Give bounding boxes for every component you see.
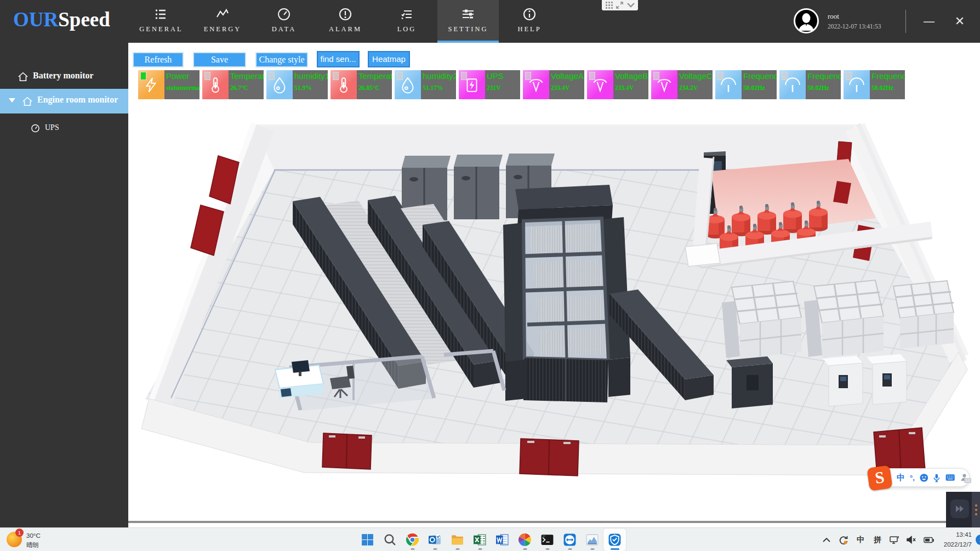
browser-overlay-widget[interactable] [602,0,638,10]
terminal-app-icon[interactable] [536,529,559,551]
sensor-tile-ups[interactable]: UPS 231V [459,70,520,99]
weather-text: 30°C 晴朗 [26,530,41,549]
sensor-tile-voltage[interactable]: VoltageB 233.4V [587,70,648,99]
change-style-button[interactable]: Change style [255,52,308,67]
sidebar-item-battery-monitor[interactable]: Battery monitor [0,66,128,88]
sensor-value: 231V [487,84,520,91]
content-bottom-scrollbar[interactable] [128,521,980,523]
heatmap-button[interactable]: Heatmap [368,51,410,67]
sensor-tile-frequency[interactable]: Frequency 50.02Hz [844,70,905,99]
gauge-icon [31,124,40,133]
sensor-tile-temperature[interactable]: Temperature 26.85°C [331,70,392,99]
sensor-checkbox[interactable] [717,72,723,80]
sensor-tile-frequency[interactable]: Frequency 50.02Hz [779,70,841,99]
tab-alarm[interactable]: ALARM [315,0,376,43]
teamviewer-app-icon[interactable] [559,529,581,551]
save-button[interactable]: Save [193,52,246,67]
word-app-icon[interactable] [491,529,514,551]
tray-ime-lang[interactable]: 中 [854,533,867,547]
sogou-ime-toolbar[interactable]: S 中 °, 10 [875,468,970,487]
search-button[interactable] [379,529,401,551]
sensor-tile-voltage[interactable]: VoltageA 233.4V [523,70,584,99]
sidebar-item-ups[interactable]: UPS [0,118,128,138]
keyboard-icon[interactable] [945,474,955,481]
tray-sync-icon[interactable] [837,533,850,547]
emoji-icon[interactable] [920,473,928,482]
person-badge-icon[interactable]: 10 [960,473,969,482]
floating-corner-widget[interactable] [946,492,980,527]
tray-clock[interactable]: 13:41 2022/12/7 [939,530,972,549]
ups-unit-white [867,354,907,405]
ime-cn-icon[interactable]: 中 [897,473,905,483]
sogou-logo-icon[interactable]: S [867,465,892,491]
sensor-checkbox[interactable] [397,72,403,80]
tab-help[interactable]: HELP [499,0,560,43]
chrome-app-icon[interactable] [401,529,424,551]
refresh-button[interactable]: Refresh [133,52,184,67]
gauge-icon [277,7,291,21]
sidebar-item-engine-room-monitor[interactable]: Engine room monitor [0,89,128,113]
sensor-value: 234.2V [679,84,713,91]
sensor-icon [651,70,677,99]
tray-chevron-up-icon[interactable] [820,533,833,547]
sensor-panel: Frequency 50.02Hz [806,70,841,99]
tab-general[interactable]: GENERAL [130,0,192,43]
find-sensor-button[interactable]: find sen... [317,51,360,67]
tab-data[interactable]: DATA [253,0,315,43]
tab-log[interactable]: LOG [376,0,437,43]
sensor-tile-voltage[interactable]: VoltageC 234.2V [651,70,713,99]
windows-start-button[interactable] [356,529,379,551]
outlook-app-icon[interactable] [424,529,446,551]
file-explorer-app-icon[interactable] [446,529,469,551]
sensor-checkbox[interactable] [333,72,339,80]
sensor-checkbox[interactable] [846,72,852,80]
chevron-down-icon [627,3,635,8]
sidebar-item-label: Engine room monitor [37,95,118,105]
chart-preview-app-icon[interactable] [581,529,603,551]
sensor-name: VoltageB [615,71,648,81]
sensor-checkbox[interactable] [461,72,467,80]
microphone-icon[interactable] [933,473,941,482]
ups-cabinet-dark [726,356,773,408]
close-button[interactable]: ✕ [947,0,972,43]
tray-date: 2022/12/7 [939,540,972,549]
alert-circle-icon [338,7,352,21]
notification-badge[interactable]: 1 [976,535,980,545]
sensor-checkbox[interactable] [589,72,595,80]
sensor-panel: Frequency 50.02Hz [742,70,777,99]
tray-speaker-muted-icon[interactable] [905,533,918,547]
battery-rack-cluster [893,281,954,349]
sensor-checkbox[interactable] [269,72,275,80]
tray-battery-icon[interactable] [922,533,935,547]
tray-display-icon[interactable] [888,533,901,547]
sensor-value: 233.4V [615,84,648,91]
media-flag-icon [950,499,969,518]
tray-ime-mode[interactable]: 拼 [871,533,884,547]
widget-dots-strip[interactable] [972,492,980,527]
sensor-checkbox[interactable] [782,72,788,80]
sensor-tile-frequency[interactable]: Frequency 50.02Hz [715,70,777,99]
logo-suffix: Speed [58,8,110,31]
colorwheel-app-icon[interactable] [514,529,536,551]
sensor-tile-temperature[interactable]: Temperature 26.7°C [202,70,264,99]
sensor-checkbox[interactable] [525,72,531,80]
weather-widget[interactable]: 1 30°C 晴朗 [7,530,41,549]
weather-temp: 30°C [26,531,41,541]
log-list-icon [400,7,414,21]
sensor-icon [202,70,229,99]
tab-label: ENERGY [204,25,242,33]
sensor-checkbox[interactable] [653,72,659,80]
grid-dots-icon [606,2,613,9]
punctuation-icon[interactable]: °, [910,474,915,482]
tab-setting[interactable]: SETTING [437,0,499,43]
sensor-tile-humidity[interactable]: humidity2 51.17% [395,70,456,99]
security-agent-app-icon[interactable] [603,529,626,551]
minimize-button[interactable]: — [916,0,942,43]
sensor-tile-humidity[interactable]: humidity1 51.9% [266,70,328,99]
room-3d-view[interactable] [137,122,970,478]
sensor-tile-power[interactable]: Power statusnormal [138,70,200,99]
sensor-checkbox[interactable] [204,72,210,80]
tab-energy[interactable]: ENERGY [192,0,253,43]
excel-app-icon[interactable] [469,529,491,551]
sensor-checkbox[interactable] [140,72,146,80]
